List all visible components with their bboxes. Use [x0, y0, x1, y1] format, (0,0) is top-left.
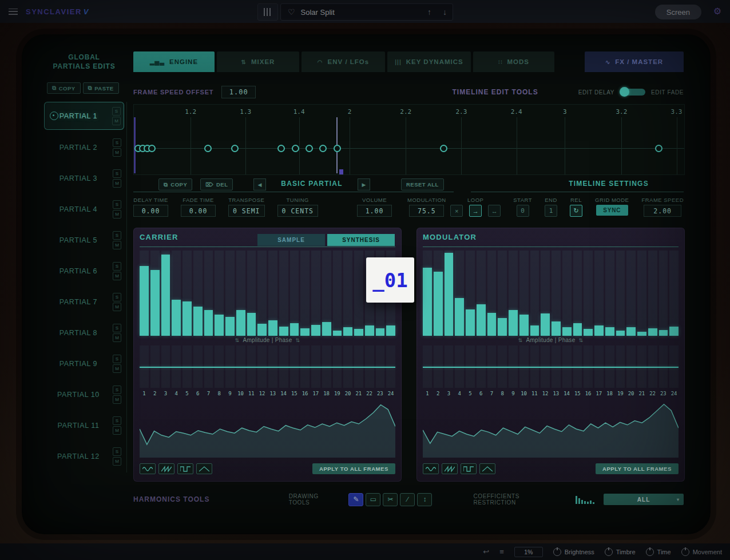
mute-button[interactable]: M: [113, 241, 121, 249]
sidebar-item-partial-1[interactable]: PARTIAL 1SM: [44, 102, 124, 130]
harmonic-column-6[interactable]: [193, 251, 203, 336]
solo-button[interactable]: S: [113, 200, 121, 209]
mute-button[interactable]: M: [113, 395, 121, 404]
harmonic-column-11[interactable]: [530, 251, 539, 336]
harmonic-column-1[interactable]: [423, 251, 432, 336]
hamburger-menu-icon[interactable]: [9, 9, 18, 15]
harmonic-column-11[interactable]: [247, 251, 256, 336]
harmonic-column-13[interactable]: [268, 251, 277, 336]
history-menu-icon[interactable]: ≡: [499, 547, 504, 556]
frame-speed-offset-value[interactable]: 1.00: [221, 86, 256, 98]
sidebar-item-partial-5[interactable]: PARTIAL 5SM: [44, 227, 124, 253]
mute-button[interactable]: M: [112, 117, 121, 125]
harmonic-column-5[interactable]: [182, 251, 192, 336]
harmonic-column-7[interactable]: [487, 251, 497, 336]
harmonic-column-10[interactable]: [236, 251, 245, 336]
macro-knob-time[interactable]: Time: [646, 548, 671, 556]
tab-engine[interactable]: ▂▅▃ENGINE: [133, 51, 215, 72]
triangle-wave-button[interactable]: [196, 463, 212, 474]
sine-wave-button[interactable]: [423, 463, 439, 474]
preset-browser[interactable]: ♡ Solar Split ↑ ↓: [280, 3, 453, 21]
start-value[interactable]: 0: [517, 205, 529, 217]
harmonic-column-21[interactable]: [637, 251, 646, 336]
screen-button[interactable]: Screen: [655, 5, 701, 19]
harmonic-column-3[interactable]: [161, 251, 170, 336]
mute-button[interactable]: M: [113, 179, 121, 188]
harmonic-column-8[interactable]: [215, 251, 224, 336]
harmonic-column-3[interactable]: [445, 251, 454, 336]
favorite-heart-icon[interactable]: ♡: [288, 7, 295, 17]
macro-knob-movement[interactable]: Movement: [681, 548, 722, 556]
sidebar-item-partial-7[interactable]: PARTIAL 7SM: [44, 288, 124, 315]
sine-wave-button[interactable]: [140, 463, 156, 474]
harmonics-amplitude-chart[interactable]: [140, 251, 395, 336]
timeline-frame-node[interactable]: [334, 145, 341, 152]
loop-mode-button-0[interactable]: ×: [450, 205, 463, 217]
tab-fx-master[interactable]: ∿FX / MASTER: [585, 51, 684, 72]
sidebar-item-partial-2[interactable]: PARTIAL 2SM: [44, 134, 124, 161]
sidebar-item-partial-12[interactable]: PARTIAL 12SM: [44, 443, 124, 470]
previous-preset-button[interactable]: ↑: [422, 7, 437, 17]
timeline-frame-node[interactable]: [277, 145, 285, 152]
harmonic-column-13[interactable]: [552, 251, 561, 336]
edit-delay-fade-toggle[interactable]: [620, 89, 645, 96]
tab-sample[interactable]: SAMPLE: [257, 234, 325, 246]
line-tool-button[interactable]: ∕: [400, 493, 415, 506]
harmonic-column-21[interactable]: [354, 251, 363, 336]
harmonic-column-6[interactable]: [477, 251, 486, 336]
harmonic-column-20[interactable]: [626, 251, 636, 336]
harmonic-column-16[interactable]: [584, 251, 593, 336]
harmonic-column-14[interactable]: [562, 251, 572, 336]
harmonic-column-9[interactable]: [225, 251, 235, 336]
mute-button[interactable]: M: [113, 364, 121, 373]
mute-button[interactable]: M: [113, 272, 121, 280]
solo-button[interactable]: S: [113, 416, 121, 425]
timeline-frame-node[interactable]: [319, 145, 327, 152]
tab-key-dynamics[interactable]: |||KEY DYNAMICS: [387, 51, 471, 72]
harmonic-column-5[interactable]: [466, 251, 475, 336]
tab-synthesis[interactable]: SYNTHESIS: [327, 234, 395, 246]
harmonic-column-8[interactable]: [498, 251, 507, 336]
tab-mods[interactable]: ∷MODS: [473, 51, 554, 72]
harmonics-amplitude-chart[interactable]: [423, 251, 679, 336]
loop-mode-button-1[interactable]: →: [469, 205, 482, 217]
restriction-dropdown[interactable]: ALL ▾: [604, 494, 684, 505]
sidebar-item-partial-8[interactable]: PARTIAL 8SM: [44, 319, 124, 346]
harmonic-column-23[interactable]: [659, 251, 668, 336]
harmonic-column-2[interactable]: [434, 251, 443, 336]
mute-button[interactable]: M: [113, 426, 121, 435]
sidebar-item-partial-3[interactable]: PARTIAL 3SM: [44, 165, 124, 192]
harmonic-column-24[interactable]: [669, 251, 679, 336]
harmonic-column-1[interactable]: [140, 251, 149, 336]
timeline-frame-node[interactable]: [204, 145, 212, 152]
timeline-frame-node[interactable]: [655, 145, 662, 152]
param-value[interactable]: 0.00: [133, 205, 168, 217]
param-value[interactable]: 0 SEMI: [228, 205, 265, 217]
end-value[interactable]: 1: [545, 205, 557, 217]
harmonics-phase-chart[interactable]: [423, 345, 679, 388]
param-value[interactable]: 1.00: [357, 205, 392, 217]
harmonic-column-9[interactable]: [509, 251, 518, 336]
frame-delete-button[interactable]: ⌦DEL: [200, 178, 233, 190]
solo-button[interactable]: S: [113, 293, 121, 301]
harmonic-column-7[interactable]: [204, 251, 213, 336]
next-partial-button[interactable]: ▶: [358, 178, 370, 190]
grid-mode-sync-button[interactable]: SYNC: [596, 205, 628, 216]
pencil-tool-button[interactable]: ✎: [348, 493, 363, 506]
param-value[interactable]: 0 CENTS: [277, 205, 318, 217]
mute-button[interactable]: M: [113, 333, 121, 342]
harmonic-column-18[interactable]: [322, 251, 331, 336]
frame-speed-value[interactable]: 2.00: [644, 205, 681, 217]
settings-gear-icon[interactable]: ⚙: [713, 6, 721, 17]
harmonic-column-14[interactable]: [279, 251, 288, 336]
harmonic-column-17[interactable]: [594, 251, 604, 336]
harmonic-column-10[interactable]: [519, 251, 529, 336]
next-preset-button[interactable]: ↓: [437, 7, 453, 17]
timeline-frame-node[interactable]: [231, 145, 239, 152]
harmonic-column-19[interactable]: [616, 251, 625, 336]
release-toggle-button[interactable]: ↻: [570, 205, 582, 217]
harmonic-column-2[interactable]: [150, 251, 160, 336]
solo-button[interactable]: S: [113, 355, 121, 363]
mute-button[interactable]: M: [113, 210, 121, 219]
macro-knob-brightness[interactable]: Brightness: [553, 548, 594, 556]
